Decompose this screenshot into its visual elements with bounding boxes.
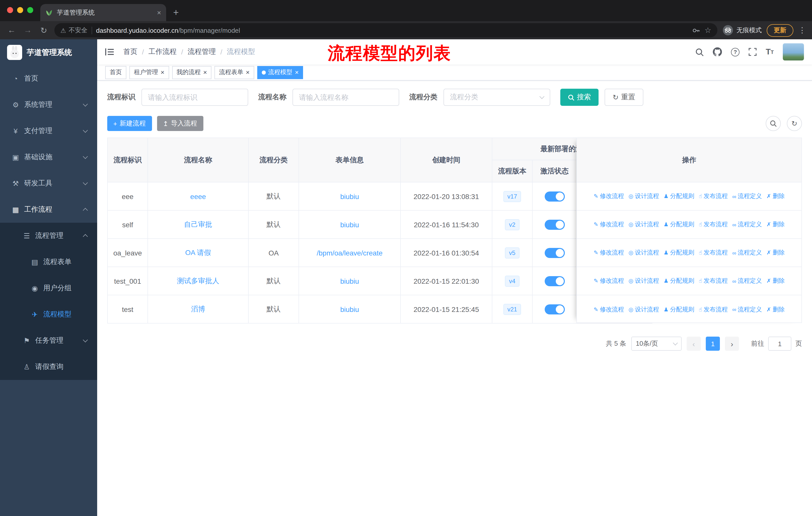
address-bar[interactable]: ⚠ 不安全 dashboard.yudao.iocoder.cn/bpm/man… xyxy=(54,23,717,37)
design-link[interactable]: ◎设计流程 xyxy=(629,248,659,257)
sidebar-item-task-manage[interactable]: ⚑任务管理 xyxy=(0,328,97,354)
publish-link[interactable]: ☝发布流程 xyxy=(699,192,728,200)
bookmark-star-icon[interactable]: ☆ xyxy=(704,26,711,35)
definition-link[interactable]: ∞流程定义 xyxy=(732,305,762,314)
breadcrumb-item[interactable]: 流程管理 xyxy=(188,47,216,56)
delete-link[interactable]: ✗删除 xyxy=(766,277,785,285)
fullscreen-icon[interactable] xyxy=(749,48,757,56)
form-info-link[interactable]: biubiu xyxy=(340,305,359,313)
sidebar-item-leave-query[interactable]: ♙请假查询 xyxy=(0,354,97,380)
sidebar-item-process-manage[interactable]: ☰流程管理 xyxy=(0,223,97,249)
publish-link[interactable]: ☝发布流程 xyxy=(699,248,728,257)
refresh-table-button[interactable]: ↻ xyxy=(787,116,802,131)
modify-link[interactable]: ✎修改流程 xyxy=(594,192,624,200)
tag-close-icon[interactable]: × xyxy=(161,69,164,76)
help-icon[interactable]: ? xyxy=(731,48,740,56)
sidebar-item-user-group[interactable]: ◉用户分组 xyxy=(0,275,97,301)
model-name-link[interactable]: 自己审批 xyxy=(184,220,212,228)
tag-租户管理[interactable]: 租户管理× xyxy=(129,66,169,79)
assign-link[interactable]: ♟分配规则 xyxy=(664,305,694,314)
model-name-link[interactable]: 滔博 xyxy=(191,305,205,313)
page-number-button[interactable]: 1 xyxy=(706,336,720,351)
font-size-icon[interactable]: TT xyxy=(766,47,774,56)
maximize-window-button[interactable] xyxy=(27,7,33,13)
tag-首页[interactable]: 首页 xyxy=(105,66,126,79)
sidebar-item-devtools[interactable]: ⚒研发工具 xyxy=(0,170,97,196)
sidebar-item-infrastructure[interactable]: ▣基础设施 xyxy=(0,144,97,170)
browser-tab[interactable]: 芋道管理系统 × xyxy=(40,4,166,21)
design-link[interactable]: ◎设计流程 xyxy=(629,220,659,229)
status-toggle[interactable] xyxy=(545,276,564,286)
form-info-link[interactable]: /bpm/oa/leave/create xyxy=(317,249,383,257)
key-icon[interactable] xyxy=(692,26,699,34)
search-button[interactable]: 搜索 xyxy=(560,89,599,106)
sidebar-item-process-model[interactable]: ✈流程模型 xyxy=(0,301,97,328)
sidebar-item-workflow[interactable]: ▦工作流程 xyxy=(0,196,97,223)
tag-close-icon[interactable]: × xyxy=(295,69,299,76)
publish-link[interactable]: ☝发布流程 xyxy=(699,305,728,314)
publish-link[interactable]: ☝发布流程 xyxy=(699,220,728,229)
design-link[interactable]: ◎设计流程 xyxy=(629,305,659,314)
incognito-badge[interactable]: 无痕模式 xyxy=(722,25,762,36)
sidebar-item-process-form[interactable]: ▤流程表单 xyxy=(0,249,97,275)
app-logo[interactable]: 芋道管理系统 xyxy=(0,39,97,65)
back-icon[interactable]: ← xyxy=(6,26,17,35)
search-icon[interactable] xyxy=(695,48,704,56)
sidebar-item-home[interactable]: ◔首页 xyxy=(0,65,97,92)
tag-流程表单[interactable]: 流程表单× xyxy=(214,66,254,79)
browser-menu-icon[interactable]: ⋮ xyxy=(799,26,806,35)
definition-link[interactable]: ∞流程定义 xyxy=(732,277,762,285)
create-process-button[interactable]: + 新建流程 xyxy=(107,116,152,131)
import-process-button[interactable]: ↥ 导入流程 xyxy=(157,116,203,131)
page-size-select[interactable]: 10条/页 xyxy=(631,336,682,351)
toggle-search-button[interactable] xyxy=(766,116,781,131)
delete-link[interactable]: ✗删除 xyxy=(766,248,785,257)
form-info-link[interactable]: biubiu xyxy=(340,277,359,285)
model-name-link[interactable]: 测试多审批人 xyxy=(177,276,219,284)
status-toggle[interactable] xyxy=(545,304,564,314)
update-button[interactable]: 更新 xyxy=(767,24,793,36)
modify-link[interactable]: ✎修改流程 xyxy=(594,277,624,285)
collapse-sidebar-icon[interactable] xyxy=(105,48,115,55)
sidebar-item-payment[interactable]: ¥支付管理 xyxy=(0,118,97,144)
tab-close-icon[interactable]: × xyxy=(157,8,161,17)
github-icon[interactable] xyxy=(713,47,722,56)
reset-button[interactable]: ↻ 重置 xyxy=(605,89,643,106)
next-page-button[interactable]: › xyxy=(725,336,739,351)
assign-link[interactable]: ♟分配规则 xyxy=(664,220,694,229)
breadcrumb-item[interactable]: 首页 xyxy=(123,47,138,56)
filter-id-input[interactable] xyxy=(141,89,248,106)
form-info-link[interactable]: biubiu xyxy=(340,192,359,200)
publish-link[interactable]: ☝发布流程 xyxy=(699,277,728,285)
reload-icon[interactable]: ↻ xyxy=(38,25,49,35)
definition-link[interactable]: ∞流程定义 xyxy=(732,220,762,229)
delete-link[interactable]: ✗删除 xyxy=(766,305,785,314)
status-toggle[interactable] xyxy=(545,248,564,258)
forward-icon[interactable]: → xyxy=(22,26,33,35)
goto-page-input[interactable] xyxy=(768,336,791,351)
design-link[interactable]: ◎设计流程 xyxy=(629,277,659,285)
assign-link[interactable]: ♟分配规则 xyxy=(664,277,694,285)
sidebar-item-system[interactable]: ⚙系统管理 xyxy=(0,92,97,118)
new-tab-button[interactable]: + xyxy=(173,7,179,18)
tag-流程模型[interactable]: 流程模型× xyxy=(257,66,303,79)
prev-page-button[interactable]: ‹ xyxy=(687,336,701,351)
design-link[interactable]: ◎设计流程 xyxy=(629,192,659,200)
tag-close-icon[interactable]: × xyxy=(203,69,207,76)
close-window-button[interactable] xyxy=(7,7,13,13)
filter-name-input[interactable] xyxy=(292,89,399,106)
minimize-window-button[interactable] xyxy=(17,7,23,13)
modify-link[interactable]: ✎修改流程 xyxy=(594,305,624,314)
model-name-link[interactable]: OA 请假 xyxy=(185,248,211,256)
user-avatar[interactable] xyxy=(783,43,804,60)
tag-我的流程[interactable]: 我的流程× xyxy=(172,66,211,79)
assign-link[interactable]: ♟分配规则 xyxy=(664,192,694,200)
filter-category-select[interactable]: 流程分类 xyxy=(443,89,550,106)
form-info-link[interactable]: biubiu xyxy=(340,220,359,228)
modify-link[interactable]: ✎修改流程 xyxy=(594,248,624,257)
model-name-link[interactable]: eeee xyxy=(190,192,206,200)
definition-link[interactable]: ∞流程定义 xyxy=(732,192,762,200)
status-toggle[interactable] xyxy=(545,219,564,229)
modify-link[interactable]: ✎修改流程 xyxy=(594,220,624,229)
definition-link[interactable]: ∞流程定义 xyxy=(732,248,762,257)
